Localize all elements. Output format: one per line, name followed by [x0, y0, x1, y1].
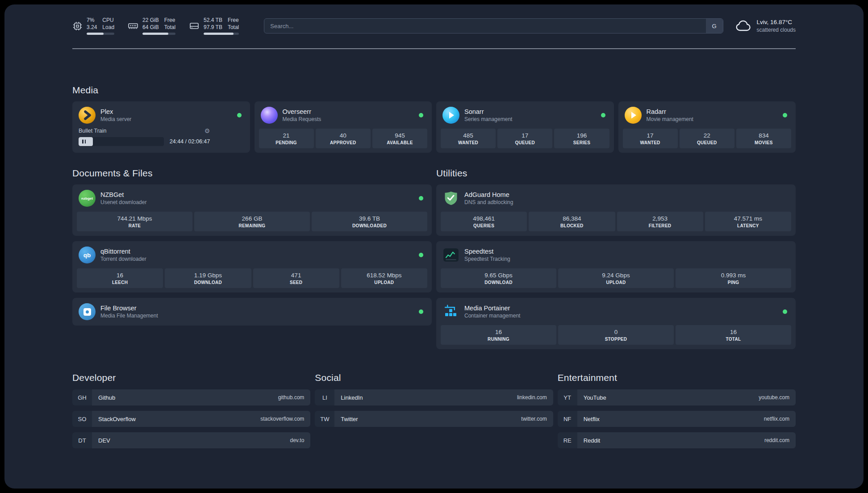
stat-value: 16 [79, 272, 161, 279]
stat-label: PENDING [261, 140, 312, 145]
documents-group: Documents & Files nzbget NZBGet Usenet d… [72, 168, 432, 349]
bookmark-url: dev.to [290, 437, 305, 443]
service-card-overseerr[interactable]: Overseerr Media Requests 21 PENDING 40 A… [255, 101, 432, 153]
stat-value: 618.52 Mbps [343, 272, 426, 279]
bookmark-netflix[interactable]: NF Netflix netflix.com [558, 411, 796, 427]
stat-label: LATENCY [707, 223, 789, 228]
stat-value: 9.24 Gbps [560, 272, 672, 279]
nzbget-icon: nzbget [79, 190, 96, 207]
bookmark-github[interactable]: GH Github github.com [72, 389, 310, 405]
stat-box: 22 QUEUED [680, 129, 734, 148]
bookmark-youtube[interactable]: YT YouTube youtube.com [558, 389, 796, 405]
status-indicator [783, 309, 787, 314]
cpu-label-bottom: Load [102, 24, 114, 31]
memory-usage-bar [142, 33, 175, 35]
disk-label-bottom: Total [228, 24, 239, 31]
stat-value: 1.19 Gbps [167, 272, 249, 279]
entertainment-group: Entertainment YT YouTube youtube.com NF … [558, 372, 796, 448]
service-card-plex[interactable]: Plex Media server Bullet Train ⚙ 24:44 /… [72, 101, 250, 153]
bookmark-url: linkedin.com [517, 394, 547, 401]
stat-value: 196 [556, 132, 607, 139]
stat-label: WANTED [442, 140, 494, 145]
bookmark-abbr: NF [558, 411, 577, 427]
filebrowser-icon [79, 303, 96, 320]
section-title-documents: Documents & Files [72, 168, 432, 179]
utilities-group: Utilities AdGuard Home DNS and a [436, 168, 796, 349]
sonarr-icon [442, 107, 459, 124]
service-desc: Movie management [647, 116, 693, 122]
service-card-speedtest[interactable]: Speedtest Speedtest Tracking 9.65 Gbps D… [436, 241, 796, 292]
overseerr-icon [261, 107, 278, 124]
service-card-qbittorrent[interactable]: qb qBittorrent Torrent downloader 16 LEE… [72, 241, 432, 292]
stat-box: 498,461 QUERIES [441, 212, 527, 231]
service-name: Plex [100, 108, 131, 115]
stat-label: AVAILABLE [374, 140, 426, 145]
search-provider-button[interactable]: G [706, 19, 723, 33]
stat-box: 945 AVAILABLE [372, 129, 427, 148]
stat-label: DOWNLOAD [442, 280, 555, 285]
stat-value: 47.571 ms [707, 215, 789, 222]
stat-value: 39.6 TB [313, 215, 426, 222]
bookmark-abbr: SO [72, 411, 92, 427]
stat-box: 0.993 ms PING [676, 268, 791, 288]
disk-icon [189, 21, 200, 31]
plex-now-playing: Bullet Train ⚙ 24:44 / 02:06:47 [77, 128, 210, 146]
stat-value: 2,953 [619, 215, 701, 222]
stat-box: 2,953 FILTERED [617, 212, 703, 231]
stat-box: 16 TOTAL [676, 325, 791, 345]
disk-free: 52.4 TB [204, 17, 222, 24]
stat-value: 498,461 [442, 215, 525, 222]
stat-label: DOWNLOAD [167, 280, 249, 285]
resource-memory: 22 GiB 64 GiB Free Total [128, 17, 175, 35]
bookmark-url: netflix.com [764, 416, 789, 422]
stat-value: 16 [677, 329, 789, 335]
media-group: Plex Media server Bullet Train ⚙ 24:44 /… [72, 101, 796, 153]
stat-value: 0.993 ms [677, 272, 789, 279]
stat-box: 47.571 ms LATENCY [705, 212, 791, 231]
service-name: qBittorrent [100, 248, 146, 255]
service-desc: Media Requests [283, 116, 321, 122]
stat-value: 471 [255, 272, 338, 279]
stat-value: 17 [625, 132, 676, 139]
playback-progress-bar[interactable] [79, 137, 164, 146]
stat-value: 9.65 Gbps [442, 272, 555, 279]
status-indicator [419, 196, 423, 201]
service-card-adguard[interactable]: AdGuard Home DNS and adblocking 498,461 … [436, 184, 796, 236]
stat-box: 744.21 Mbps RATE [77, 212, 192, 231]
pause-icon[interactable] [82, 140, 86, 144]
service-card-portainer[interactable]: Media Portainer Container management 16 … [436, 298, 796, 349]
bookmark-linkedin[interactable]: LI LinkedIn linkedin.com [315, 389, 553, 405]
stat-value: 0 [560, 329, 672, 335]
stat-value: 22 [681, 132, 733, 139]
status-indicator [237, 113, 242, 117]
gear-icon[interactable]: ⚙ [204, 128, 210, 134]
stat-value: 86,384 [530, 215, 613, 222]
stat-box: 834 MOVIES [736, 129, 791, 148]
service-card-sonarr[interactable]: Sonarr Series management 485 WANTED 17 Q… [436, 101, 614, 153]
service-name: Media Portainer [464, 305, 520, 312]
stat-box: 1.19 Gbps DOWNLOAD [165, 268, 251, 288]
bookmark-name: YouTube [584, 394, 606, 401]
service-card-nzbget[interactable]: nzbget NZBGet Usenet downloader 744.21 M… [72, 184, 432, 236]
section-title-entertainment: Entertainment [558, 372, 796, 383]
disk-total: 97.9 TB [204, 24, 222, 31]
disk-label-top: Free [228, 17, 239, 24]
stat-label: TOTAL [677, 337, 789, 342]
bookmark-dev[interactable]: DT DEV dev.to [72, 432, 310, 448]
service-card-radarr[interactable]: Radarr Movie management 17 WANTED 22 QUE… [618, 101, 796, 153]
portainer-icon [442, 303, 459, 320]
service-desc: Container management [464, 313, 520, 319]
stat-label: UPLOAD [343, 280, 426, 285]
bookmark-name: DEV [98, 437, 110, 444]
stat-box: 9.65 Gbps DOWNLOAD [441, 268, 556, 288]
plex-icon [79, 107, 96, 124]
search-input[interactable] [264, 18, 723, 33]
stat-label: QUEUED [499, 140, 551, 145]
weather-condition: scattered clouds [757, 26, 796, 33]
bookmark-twitter[interactable]: TW Twitter twitter.com [315, 411, 553, 427]
bookmark-reddit[interactable]: RE Reddit reddit.com [558, 432, 796, 448]
status-indicator [783, 113, 787, 117]
bookmark-stackoverflow[interactable]: SO StackOverflow stackoverflow.com [72, 411, 310, 427]
service-card-filebrowser[interactable]: File Browser Media File Management [72, 298, 432, 326]
stat-box: 39.6 TB DOWNLOADED [312, 212, 427, 231]
